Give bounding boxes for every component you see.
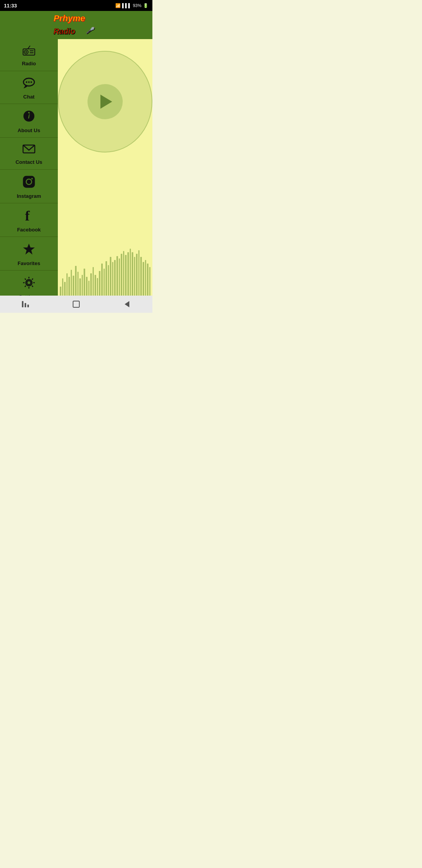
eq-bar [132,252,133,296]
eq-bar [71,270,72,296]
header-logo: Prhyme Radio 🎤 [53,12,100,38]
nav-home-button[interactable] [66,296,86,313]
eq-bar [147,264,148,296]
sidebar-item-favorites[interactable]: Favorites [0,237,58,271]
contact-icon [22,143,36,157]
svg-rect-7 [30,52,34,53]
eq-bar [84,269,85,296]
eq-bar [101,264,103,296]
svg-point-24 [27,281,31,285]
status-time: 11:33 [4,3,17,9]
equalizer [58,245,152,296]
eq-bar [88,281,90,296]
header-logo-line1: Prhyme [53,12,100,25]
signal-icon: ▌▌▌ [122,3,131,8]
bottom-nav [0,296,152,313]
sidebar-item-contact-label: Contact Us [16,159,43,165]
eq-bar [93,267,94,296]
eq-bar [136,254,138,296]
play-area [58,39,152,152]
svg-marker-23 [23,244,35,255]
status-icons: 📶 ▌▌▌ 93% 🔋 [115,3,148,8]
eq-bar [138,250,140,296]
sidebar-item-chat-label: Chat [23,94,35,100]
favorites-icon [22,242,36,258]
sidebar-item-chat[interactable]: Chat [0,71,58,104]
svg-point-16 [28,112,30,113]
header-logo-line2: Radio 🎤 [53,25,100,38]
play-triangle-icon [100,95,112,109]
eq-bar [116,256,118,296]
eq-bar [86,277,88,296]
svg-point-13 [30,81,32,83]
eq-bar [110,257,111,296]
sidebar-item-contact[interactable]: Contact Us [0,138,58,170]
eq-bar [79,278,81,296]
sidebar-item-settings[interactable]: Settings [0,271,58,296]
svg-rect-18 [23,176,34,187]
eq-bar [145,260,147,296]
eq-bar [123,251,125,296]
eq-bar [112,262,114,296]
eq-bar [66,273,68,296]
svg-point-21 [31,178,33,179]
settings-icon [22,276,36,292]
back-chevron-icon [125,301,129,307]
eq-bar [134,257,136,296]
battery-icon: 🔋 [143,3,148,8]
eq-bar [127,252,129,296]
sidebar-item-facebook-label: Facebook [17,227,41,233]
sidebar-item-facebook[interactable]: f Facebook [0,203,58,237]
eq-bar [64,282,66,296]
eq-bar [60,287,61,296]
eq-bar [143,262,144,296]
about-icon: i [22,109,36,126]
svg-text:i: i [28,113,30,120]
eq-bar [104,269,105,296]
chat-icon [22,77,36,92]
eq-bar [99,271,100,296]
eq-bar [106,261,107,296]
svg-text:Prhyme: Prhyme [54,13,85,23]
svg-text:Radio: Radio [54,27,75,36]
eq-bar [82,275,83,296]
eq-bar [68,277,70,296]
radio-icon [22,45,36,59]
svg-point-5 [25,51,27,53]
eq-bar [75,266,77,296]
svg-text:🎤: 🎤 [86,27,95,34]
sidebar-item-radio[interactable]: Radio [0,39,58,71]
eq-bar [114,260,116,296]
wifi-icon: 📶 [115,3,121,8]
eq-bar [77,272,79,296]
sidebar-item-favorites-label: Favorites [18,260,40,266]
svg-point-12 [28,81,30,83]
sidebar-item-radio-label: Radio [22,61,36,66]
eq-bar [108,265,109,296]
sidebar: Prhyme Radio Radio [0,11,58,296]
battery-percent: 93% [133,3,141,8]
eq-bar [149,267,151,296]
svg-line-8 [28,46,30,49]
eq-bar [90,273,92,296]
outer-circle [58,51,152,152]
play-button[interactable] [88,84,123,119]
nav-menu-button[interactable] [16,296,35,313]
sidebar-item-instagram-label: Instagram [17,193,41,199]
eq-bar [95,275,96,296]
svg-rect-3 [23,49,35,55]
svg-point-11 [26,81,27,83]
eq-bar [140,257,142,296]
sidebar-item-instagram[interactable]: Instagram [0,170,58,203]
eq-bar [121,254,122,296]
sidebar-item-about[interactable]: i About Us [0,104,58,138]
svg-text:f: f [25,209,30,222]
status-bar: 11:33 📶 ▌▌▌ 93% 🔋 [0,0,152,11]
eq-bar [97,278,98,296]
menu-lines-icon [22,301,29,307]
nav-back-button[interactable] [117,296,137,313]
eq-bar [62,278,64,296]
facebook-icon: f [23,209,34,225]
eq-bar [73,276,74,296]
eq-bar [119,258,120,296]
